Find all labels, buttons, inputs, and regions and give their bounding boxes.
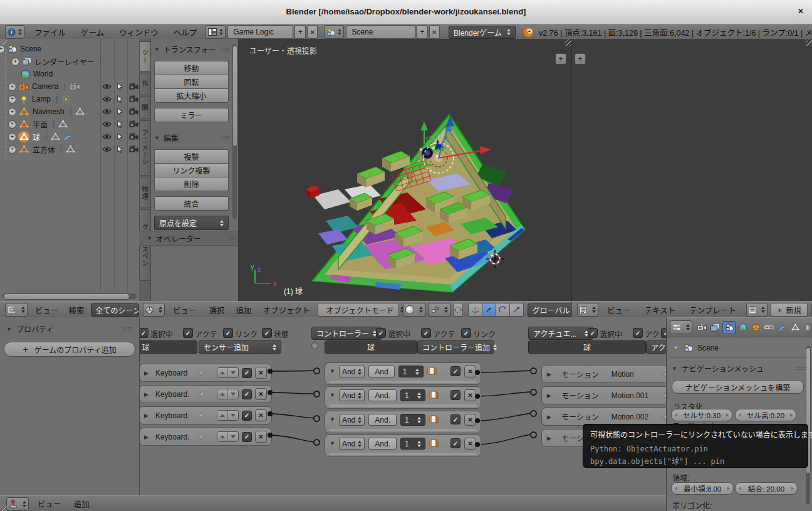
controller-type-dropdown[interactable]: And — [339, 366, 365, 377]
controller-block-and[interactable]: ▼ And And 1 ✓ ✕ — [325, 362, 481, 385]
tab-render-layers[interactable] — [709, 322, 721, 334]
sensor-delete-button[interactable]: ✕ — [255, 367, 267, 379]
sensor-output-socket[interactable] — [268, 390, 273, 395]
render-engine-dropdown[interactable]: Blenderゲーム — [449, 26, 516, 39]
pin-icon[interactable] — [662, 371, 666, 378]
corner-grip[interactable] — [565, 39, 571, 46]
expand-icon[interactable]: + — [0, 45, 5, 53]
tab-tools[interactable]: ツー — [139, 41, 150, 71]
logic-editor-region[interactable]: ✓ 選択中 ✓ アクテ ✓ リンク ✓ 状態 球 センサー追加 ▶ Keyboa… — [0, 317, 666, 495]
outliner-row-sphere-active[interactable]: + 球 | — [0, 130, 139, 143]
sensor-enable-checkbox[interactable]: ✓ — [242, 368, 252, 378]
controllers-filter-active-checkbox[interactable]: ✓ — [421, 328, 431, 338]
scene-name-field[interactable]: Scene — [346, 25, 415, 39]
actuator-input-socket[interactable] — [530, 410, 537, 417]
sensor-block-keyboard[interactable]: ▶ Keyboard. ✓ ✕ — [139, 406, 272, 424]
scale-button[interactable]: 拡大縮小 — [154, 88, 229, 103]
controller-state-field[interactable]: 1 — [398, 366, 424, 377]
text-menu-templates[interactable]: テンプレート — [689, 304, 736, 316]
states-icon[interactable] — [429, 414, 439, 424]
actuator-type-label[interactable]: モーション — [561, 390, 599, 401]
set-origin-dropdown[interactable]: 原点を設定 — [154, 216, 229, 230]
viewport-3d[interactable]: y z x ユーザー・透視投影 (1) 球 + — [238, 39, 572, 301]
panel-header-edit[interactable]: ▼ 編集 — [154, 132, 230, 143]
filter-label[interactable]: リンク — [473, 329, 496, 339]
controller-name-field[interactable]: And. — [368, 389, 397, 401]
tab-constraints[interactable] — [763, 322, 775, 334]
controllers-object-name-field[interactable]: 球 — [325, 340, 417, 354]
collapse-icon[interactable]: ▶ — [547, 392, 551, 399]
eye-icon[interactable] — [102, 146, 112, 152]
editor-type-text-button[interactable] — [577, 303, 598, 317]
add-game-property-button[interactable]: + ゲームのプロパティ追加 — [4, 342, 135, 357]
cursor-arrow-icon[interactable] — [117, 95, 123, 103]
controller-input-socket[interactable] — [313, 367, 320, 374]
actuator-input-socket[interactable] — [530, 431, 537, 438]
breadcrumb-label[interactable]: Scene — [697, 344, 719, 352]
panel-collapse-icon[interactable]: ▼ — [154, 135, 160, 141]
states-icon[interactable] — [429, 390, 439, 399]
pivot-align-toggle[interactable] — [453, 303, 463, 317]
outliner-row-plane[interactable]: + 平面 | — [0, 118, 139, 130]
collapse-icon[interactable]: ▶ — [144, 370, 148, 376]
layout-add-button[interactable]: + — [294, 25, 305, 39]
actuator-block-motion[interactable]: ▶ モーション Motion.002 — [541, 408, 666, 426]
move-updown-buttons[interactable] — [217, 367, 239, 378]
scene-add-button[interactable]: + — [417, 25, 427, 39]
outliner-hscrollbar[interactable] — [3, 293, 137, 299]
tree-item-label[interactable]: 球 — [33, 132, 40, 142]
filter-label[interactable]: アクテ — [433, 329, 455, 339]
pin-icon[interactable] — [197, 433, 205, 441]
tab-relations[interactable]: 関 — [139, 97, 150, 119]
controller-block-and[interactable]: ▼ And And. 1 ✓ ✕ — [325, 411, 481, 433]
object-menu[interactable]: オブジェクト — [263, 304, 310, 316]
controller-type-dropdown[interactable]: And — [339, 438, 365, 450]
controller-enable-checkbox[interactable]: ✓ — [450, 390, 461, 400]
collapse-icon[interactable]: ▼ — [330, 440, 335, 446]
select-menu[interactable]: 選択 — [209, 304, 225, 316]
sensors-filter-selected-checkbox[interactable]: ✓ — [138, 328, 148, 338]
cursor-arrow-icon[interactable] — [117, 82, 123, 91]
expand-icon[interactable]: + — [8, 95, 16, 103]
controller-name-field[interactable]: And. — [368, 438, 397, 450]
join-button[interactable]: 統合 — [154, 196, 229, 211]
tab-world[interactable] — [737, 322, 749, 334]
sensor-output-socket[interactable] — [268, 411, 273, 416]
outliner-filter-dropdown[interactable]: 全てのシーン — [91, 303, 139, 317]
tab-create[interactable]: 作 — [139, 73, 150, 95]
panel-grip-icon[interactable] — [796, 366, 806, 371]
mesh-data-icon[interactable] — [66, 145, 75, 154]
tree-item-label[interactable]: 立方体 — [33, 144, 55, 155]
collapse-icon[interactable]: ▼ — [330, 416, 335, 423]
states-icon[interactable] — [429, 438, 439, 448]
manipulator-scale-button[interactable] — [510, 303, 524, 317]
panel-header-navmesh[interactable]: ▼ ナビゲーションメッシュ — [672, 363, 806, 374]
move-updown-buttons[interactable] — [217, 431, 239, 442]
pin-icon[interactable] — [197, 369, 205, 377]
render-restrict-icon[interactable] — [129, 95, 138, 103]
add-sensor-dropdown[interactable]: センサー追加 — [199, 340, 281, 354]
actuator-name[interactable]: Motion — [612, 370, 657, 379]
menu-game[interactable]: ゲーム — [81, 26, 104, 38]
text-menu-text[interactable]: テキスト — [645, 304, 676, 316]
sensor-block-keyboard[interactable]: ▶ Keyboard ✓ ✕ — [139, 364, 272, 382]
actuators-type-dropdown[interactable]: アクチュエ... — [528, 327, 593, 340]
pivot-point-dropdown[interactable] — [429, 303, 450, 317]
screen-layout-field[interactable]: Game Logic — [227, 25, 293, 39]
actuator-block-motion[interactable]: ▶ モーション Motion — [541, 365, 666, 383]
filter-label[interactable]: 選択中 — [600, 329, 622, 339]
collapse-icon[interactable]: ▶ — [547, 414, 551, 420]
sensors-filter-linked-checkbox[interactable]: ✓ — [223, 328, 233, 338]
duplicate-linked-button[interactable]: リンク複製 — [154, 163, 229, 177]
manipulator-toggle-button[interactable] — [468, 303, 482, 317]
pin-icon[interactable] — [197, 391, 205, 398]
panel-header-operator[interactable]: ▼ オペレーター — [139, 231, 245, 246]
tab-physics[interactable]: 物理 — [139, 177, 150, 208]
logic-menu-add[interactable]: 追加 — [74, 498, 90, 510]
eye-icon[interactable] — [102, 96, 112, 102]
editor-type-logic-button[interactable] — [6, 497, 29, 511]
move-updown-buttons[interactable] — [217, 410, 239, 421]
controllers-filter-linked-checkbox[interactable]: ✓ — [461, 328, 471, 338]
eye-icon[interactable] — [102, 108, 112, 115]
sensor-block-keyboard[interactable]: ▶ Keyboard. ✓ ✕ — [139, 428, 272, 446]
